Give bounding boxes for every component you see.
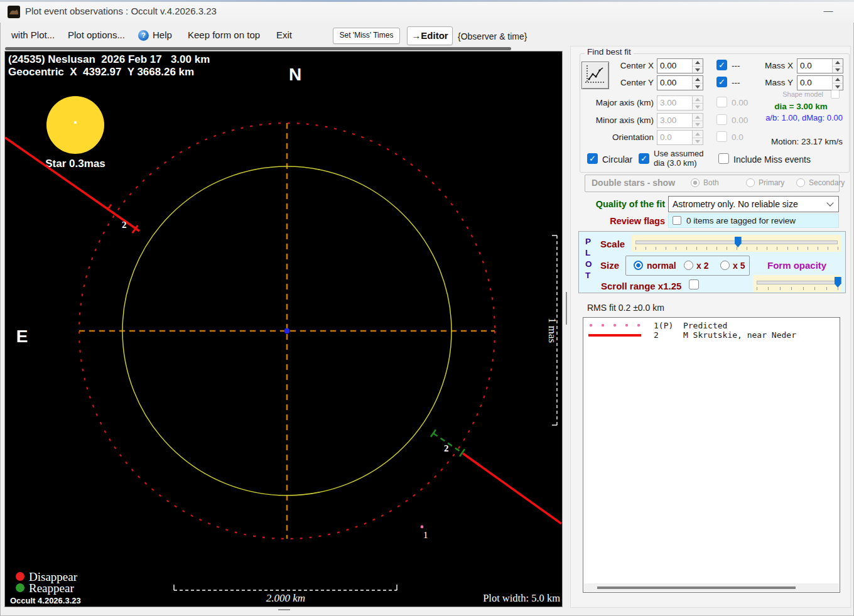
center-y-checkbox[interactable]: ✓ <box>716 77 727 87</box>
set-miss-times-button[interactable]: Set 'Miss' Times <box>333 28 400 44</box>
scrollbar-thumb[interactable] <box>597 586 796 589</box>
spinner-down-icon[interactable] <box>693 67 703 73</box>
size-normal-label: normal <box>647 261 676 271</box>
spinner-down-icon[interactable] <box>693 138 703 145</box>
quality-dropdown[interactable]: Astrometry only. No reliable size <box>668 196 839 212</box>
predicted-dotted-symbol <box>588 322 645 329</box>
review-flags-box: 0 items are tagged for review <box>668 213 839 228</box>
scale-bracket <box>174 585 397 590</box>
menu-keep-on-top[interactable]: Keep form on top <box>188 30 260 40</box>
center-y-input[interactable]: 0.00 <box>657 75 703 90</box>
mass-x-label: Mass X <box>759 61 793 70</box>
spinner-up-icon[interactable] <box>693 131 703 138</box>
app-icon <box>8 6 20 18</box>
north-label: N <box>289 65 301 84</box>
plot-letter: P <box>585 237 591 246</box>
shape-model-checkbox[interactable] <box>831 90 840 99</box>
double-stars-secondary-radio[interactable] <box>796 178 805 187</box>
spinner-up-icon[interactable] <box>693 76 703 84</box>
observations-list[interactable]: 1(P) Predicted 2 M Skrutskie, near Neder <box>583 317 840 593</box>
reappear-legend-label: Reappear <box>29 581 74 595</box>
list-item[interactable]: 2 M Skrutskie, near Neder <box>654 330 796 340</box>
spinner-down-icon[interactable] <box>693 104 703 111</box>
scale-slider[interactable] <box>632 235 841 252</box>
include-miss-checkbox[interactable] <box>718 153 729 164</box>
occultation-plot: Star 0.3mas (24535) Neslusan 2026 Feb 17… <box>5 51 562 607</box>
review-flags-checkbox[interactable] <box>673 216 681 225</box>
find-best-fit-label: Find best fit <box>585 47 634 57</box>
spinner-down-icon[interactable] <box>693 84 703 90</box>
menu-plot-options[interactable]: Plot options... <box>68 30 125 40</box>
scroll-range-checkbox[interactable] <box>689 279 699 289</box>
spinner-up-icon[interactable] <box>693 96 703 104</box>
spinner-up-icon[interactable] <box>693 59 703 67</box>
plot-width-label: Plot width: 5.0 km <box>483 592 560 604</box>
scale-label: Scale <box>600 239 625 249</box>
major-axis-input[interactable]: 3.00 <box>657 95 703 111</box>
center-y-dash: --- <box>732 78 740 87</box>
double-stars-primary-radio[interactable] <box>746 178 755 187</box>
spinner-up-icon[interactable] <box>833 76 843 84</box>
center-y-label: Center Y <box>608 78 654 87</box>
opacity-slider-thumb[interactable] <box>835 277 841 288</box>
mass-y-label: Mass Y <box>759 78 793 87</box>
scale-slider-thumb[interactable] <box>735 237 742 247</box>
center-x-checkbox[interactable]: ✓ <box>716 60 727 70</box>
minor-axis-checkbox[interactable] <box>716 114 727 125</box>
double-stars-both-label: Both <box>703 178 719 187</box>
double-stars-group: Double stars - show Both Primary Seconda… <box>585 175 840 192</box>
plot-controls-panel: P L O T Scale Size normal x 2 x 5 Form o… <box>578 231 846 293</box>
menu-with-plot[interactable]: with Plot... <box>11 30 55 40</box>
menu-exit[interactable]: Exit <box>276 30 292 40</box>
size-group: normal x 2 x 5 <box>625 256 750 276</box>
orientation-input[interactable]: 0.0 <box>657 130 703 145</box>
chevron-down-icon <box>826 199 833 206</box>
minimize-button[interactable]: — <box>819 4 838 19</box>
star-disk <box>46 96 104 154</box>
editor-button[interactable]: →Editor <box>407 26 453 45</box>
observer-time-label: {Observer & time} <box>458 31 527 41</box>
double-stars-both-radio[interactable] <box>691 178 700 187</box>
plot-letter: T <box>585 271 590 280</box>
disappear-legend-dot <box>16 572 24 581</box>
mass-y-input[interactable]: 0.0 <box>797 75 843 90</box>
predicted-point <box>421 526 424 529</box>
center-x-input[interactable]: 0.00 <box>657 58 703 73</box>
horizontal-splitter-handle[interactable] <box>278 609 290 610</box>
use-assumed-checkbox[interactable]: ✓ <box>639 153 649 164</box>
point1-label: 1 <box>423 530 428 540</box>
fit-chart-button[interactable] <box>581 62 609 89</box>
plot-letter: O <box>585 259 592 269</box>
double-stars-primary-label: Primary <box>759 178 784 187</box>
size-x2-radio[interactable] <box>684 261 693 270</box>
size-normal-radio[interactable] <box>634 261 643 270</box>
spinner-up-icon[interactable] <box>833 59 843 67</box>
help-icon[interactable]: ? <box>138 30 149 41</box>
chart-icon <box>582 62 607 87</box>
scroll-range-label: Scroll range x1.25 <box>601 281 681 291</box>
vertical-splitter-handle[interactable] <box>566 292 567 325</box>
minor-axis-input[interactable]: 3.00 <box>657 113 703 128</box>
shape-model-label: Shape model <box>759 90 823 98</box>
spinner-down-icon[interactable] <box>693 121 703 128</box>
review-flags-text: 0 items are tagged for review <box>686 216 796 225</box>
orientation-checkbox[interactable] <box>716 131 727 142</box>
observed-solid-symbol <box>588 333 645 338</box>
list-horizontal-scrollbar[interactable] <box>584 583 839 592</box>
list-item[interactable]: 1(P) Predicted <box>654 321 727 330</box>
opacity-slider[interactable] <box>753 275 841 292</box>
mass-x-input[interactable]: 0.0 <box>797 58 843 73</box>
plot-header-line2: Geocentric X 4392.97 Y 3668.26 km <box>8 66 194 78</box>
menu-help[interactable]: Help <box>153 30 172 40</box>
spinner-up-icon[interactable] <box>693 114 703 121</box>
circular-checkbox[interactable]: ✓ <box>587 153 598 164</box>
size-x5-radio[interactable] <box>720 261 730 270</box>
spinner-down-icon[interactable] <box>833 84 843 90</box>
plot-letter: L <box>585 248 590 257</box>
major-axis-checkbox[interactable] <box>716 97 727 107</box>
spinner-down-icon[interactable] <box>833 67 843 73</box>
minor-axis-alt: 0.00 <box>732 116 748 125</box>
major-axis-label: Major axis (km) <box>583 98 654 107</box>
plot-area: Star 0.3mas (24535) Neslusan 2026 Feb 17… <box>5 51 562 607</box>
dia-label: dia = 3.00 km <box>759 102 843 111</box>
